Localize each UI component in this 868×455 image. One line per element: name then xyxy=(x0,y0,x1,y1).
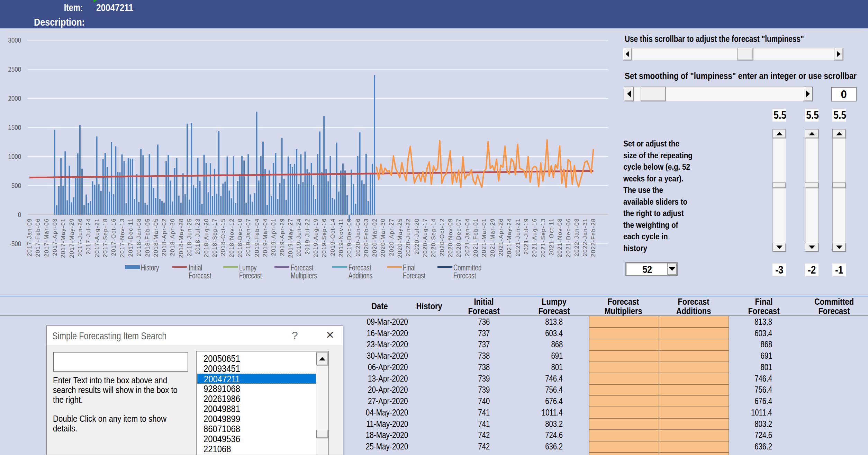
svg-text:2022-Feb-28: 2022-Feb-28 xyxy=(590,218,596,257)
svg-text:2500: 2500 xyxy=(8,65,21,73)
svg-text:2017-Oct-16: 2017-Oct-16 xyxy=(110,218,117,256)
svg-text:2021-Nov-08: 2021-Nov-08 xyxy=(557,218,563,257)
svg-text:500: 500 xyxy=(11,182,21,190)
svg-text:2018-Apr-30: 2018-Apr-30 xyxy=(169,218,175,256)
svg-text:2019-May-27: 2019-May-27 xyxy=(287,218,293,258)
svg-text:2000: 2000 xyxy=(8,95,21,102)
svg-text:2017-Nov-13: 2017-Nov-13 xyxy=(119,218,125,257)
svg-text:2017-May-01: 2017-May-01 xyxy=(60,218,66,258)
svg-text:2019-Feb-04: 2019-Feb-04 xyxy=(254,218,260,257)
svg-text:2021-Aug-16: 2021-Aug-16 xyxy=(531,218,537,257)
svg-text:2018-Dec-10: 2018-Dec-10 xyxy=(237,218,243,257)
svg-text:2017-Sep-18: 2017-Sep-18 xyxy=(102,218,108,257)
svg-text:2019-Oct-14: 2019-Oct-14 xyxy=(329,218,336,256)
svg-text:2017-Feb-06: 2017-Feb-06 xyxy=(35,218,41,257)
svg-text:2018-Jan-08: 2018-Jan-08 xyxy=(136,218,142,256)
svg-text:2020-Dec-07: 2020-Dec-07 xyxy=(455,218,462,257)
svg-text:2019-Dec-09: 2019-Dec-09 xyxy=(346,218,352,257)
svg-text:2021-Mar-01: 2021-Mar-01 xyxy=(481,218,487,257)
svg-text:2017-Jul-24: 2017-Jul-24 xyxy=(85,218,91,255)
svg-text:0: 0 xyxy=(18,211,21,219)
svg-text:2017-May-29: 2017-May-29 xyxy=(69,218,75,258)
svg-text:2018-Aug-20: 2018-Aug-20 xyxy=(203,218,209,257)
svg-text:2018-Jun-25: 2018-Jun-25 xyxy=(186,218,192,256)
svg-text:2019-Sep-16: 2019-Sep-16 xyxy=(321,218,327,257)
svg-text:2018-Jul-23: 2018-Jul-23 xyxy=(195,218,201,255)
svg-text:2021-Jul-19: 2021-Jul-19 xyxy=(523,218,529,255)
svg-text:2017-Apr-03: 2017-Apr-03 xyxy=(52,218,58,256)
svg-text:2019-Aug-19: 2019-Aug-19 xyxy=(313,218,319,257)
svg-text:2019-Jun-24: 2019-Jun-24 xyxy=(296,218,302,256)
svg-text:2018-May-28: 2018-May-28 xyxy=(178,218,184,258)
svg-text:2020-Oct-12: 2020-Oct-12 xyxy=(439,218,445,256)
svg-text:1500: 1500 xyxy=(8,124,21,132)
svg-text:2020-Nov-09: 2020-Nov-09 xyxy=(447,218,453,257)
svg-text:2021-Jan-04: 2021-Jan-04 xyxy=(464,218,470,256)
svg-text:2020-Sep-14: 2020-Sep-14 xyxy=(430,218,436,257)
svg-text:2019-Jan-07: 2019-Jan-07 xyxy=(245,218,251,256)
svg-text:2018-Apr-02: 2018-Apr-02 xyxy=(161,218,167,256)
svg-text:2021-Feb-01: 2021-Feb-01 xyxy=(472,218,479,257)
svg-text:2019-Nov-11: 2019-Nov-11 xyxy=(338,218,344,257)
svg-text:2020-May-25: 2020-May-25 xyxy=(397,218,403,258)
svg-text:2020-Apr-27: 2020-Apr-27 xyxy=(388,218,395,256)
svg-text:2021-Sep-13: 2021-Sep-13 xyxy=(540,218,546,257)
svg-text:3000: 3000 xyxy=(8,36,21,44)
svg-text:2020-Jul-20: 2020-Jul-20 xyxy=(414,218,420,255)
svg-text:2017-Jun-26: 2017-Jun-26 xyxy=(77,218,83,256)
svg-text:2020-Feb-03: 2020-Feb-03 xyxy=(363,218,369,257)
svg-text:2020-Jan-06: 2020-Jan-06 xyxy=(355,218,361,256)
svg-text:2021-Jun-21: 2021-Jun-21 xyxy=(515,218,521,256)
svg-text:2021-Apr-26: 2021-Apr-26 xyxy=(498,218,504,256)
svg-text:2021-Mar-29: 2021-Mar-29 xyxy=(489,218,496,257)
svg-text:2020-Mar-02: 2020-Mar-02 xyxy=(371,218,378,257)
svg-text:2021-May-24: 2021-May-24 xyxy=(506,218,512,258)
svg-text:2018-Nov-12: 2018-Nov-12 xyxy=(228,218,235,257)
svg-text:2021-Oct-11: 2021-Oct-11 xyxy=(548,218,554,256)
svg-text:2020-Mar-30: 2020-Mar-30 xyxy=(380,218,386,257)
svg-text:2021-Dec-06: 2021-Dec-06 xyxy=(565,218,571,257)
svg-text:-500: -500 xyxy=(9,240,21,248)
svg-text:2018-Feb-05: 2018-Feb-05 xyxy=(144,218,151,257)
svg-text:2019-Jul-22: 2019-Jul-22 xyxy=(304,218,310,255)
svg-text:2020-Jun-22: 2020-Jun-22 xyxy=(405,218,411,256)
svg-text:2018-Oct-15: 2018-Oct-15 xyxy=(220,218,226,256)
svg-text:2017-Jan-09: 2017-Jan-09 xyxy=(26,218,33,256)
svg-text:2017-Aug-21: 2017-Aug-21 xyxy=(94,218,100,257)
svg-text:2019-Apr-01: 2019-Apr-01 xyxy=(270,218,277,256)
svg-text:2020-Aug-17: 2020-Aug-17 xyxy=(422,218,428,257)
svg-text:2017-Mar-06: 2017-Mar-06 xyxy=(43,218,49,257)
svg-text:1000: 1000 xyxy=(8,153,21,161)
svg-text:2017-Dec-11: 2017-Dec-11 xyxy=(127,218,134,257)
svg-text:2019-Mar-04: 2019-Mar-04 xyxy=(262,218,268,257)
svg-text:2022-Jan-31: 2022-Jan-31 xyxy=(582,218,588,256)
svg-text:2018-Mar-05: 2018-Mar-05 xyxy=(153,218,159,257)
svg-text:2022-Jan-03: 2022-Jan-03 xyxy=(573,218,580,256)
svg-text:2019-Apr-29: 2019-Apr-29 xyxy=(279,218,285,256)
svg-text:2018-Sep-17: 2018-Sep-17 xyxy=(211,218,218,257)
